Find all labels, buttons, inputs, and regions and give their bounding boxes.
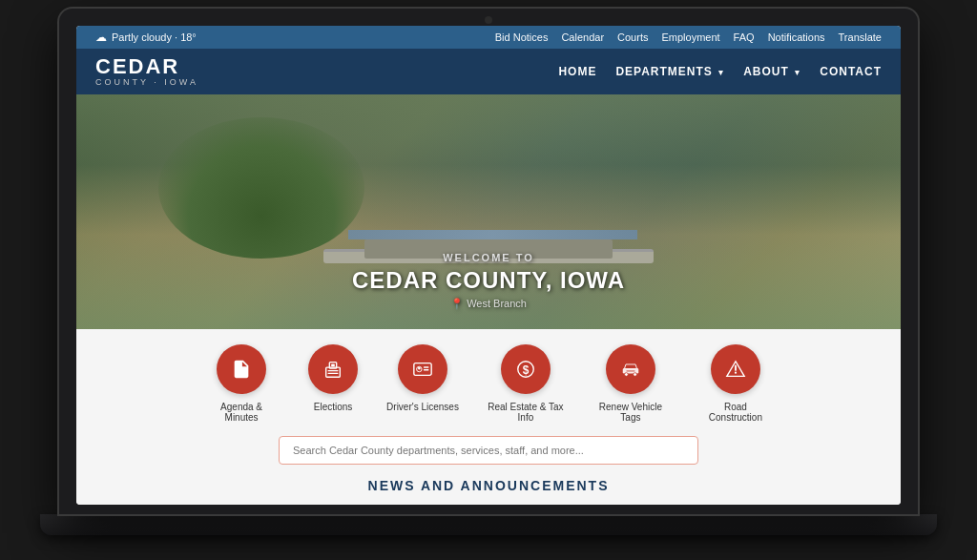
calendar-link[interactable]: Calendar [561, 31, 604, 43]
svg-rect-6 [328, 372, 339, 373]
departments-dropdown-icon: ▾ [718, 68, 724, 77]
top-bar: ☁ Partly cloudy · 18° Bid Notices Calend… [76, 26, 901, 49]
drivers-label: Driver's Licenses [386, 402, 459, 412]
quick-link-vehicle[interactable]: Renew Vehicle Tags [592, 344, 669, 423]
realestate-icon: $ [515, 359, 536, 380]
departments-link[interactable]: DEPARTMENTS ▾ [615, 65, 724, 78]
employment-link[interactable]: Employment [661, 31, 719, 43]
drivers-icon [412, 359, 433, 380]
svg-text:$: $ [523, 363, 530, 376]
home-link[interactable]: HOME [558, 65, 596, 78]
laptop-base [40, 514, 937, 535]
contact-link[interactable]: CONTACT [820, 65, 882, 78]
utility-nav: Bid Notices Calendar Courts Employment F… [495, 31, 882, 43]
primary-nav: HOME DEPARTMENTS ▾ ABOUT ▾ CONTACT [558, 65, 882, 78]
screen-bezel: ☁ Partly cloudy · 18° Bid Notices Calend… [59, 9, 918, 514]
main-nav: CEDAR COUNTY · IOWA HOME DEPARTMENTS ▾ A… [76, 49, 901, 94]
svg-rect-1 [237, 372, 243, 373]
quick-link-realestate[interactable]: $ Real Estate & Tax Info [488, 344, 564, 423]
svg-rect-5 [328, 369, 339, 370]
svg-point-11 [418, 366, 421, 369]
elections-icon [322, 359, 343, 380]
tree-decoration [158, 117, 364, 259]
translate-link[interactable]: Translate [839, 31, 882, 43]
bottom-section: Agenda & Minutes [76, 329, 901, 505]
laptop-frame: ☁ Partly cloudy · 18° Bid Notices Calend… [31, 9, 946, 552]
svg-rect-0 [237, 369, 242, 370]
realestate-icon-circle: $ [501, 344, 551, 394]
location-pin-icon: 📍 [450, 298, 464, 309]
quick-link-agenda[interactable]: Agenda & Minutes [203, 344, 280, 423]
road-icon-circle [711, 344, 760, 394]
quick-links-row: Agenda & Minutes [95, 344, 882, 423]
elections-label: Elections [314, 402, 353, 412]
vehicle-icon [620, 359, 641, 380]
website: ☁ Partly cloudy · 18° Bid Notices Calend… [76, 26, 901, 505]
hero-text-block: WELCOME TO CEDAR COUNTY, IOWA 📍 West Bra… [352, 252, 625, 329]
weather-widget: ☁ Partly cloudy · 18° [95, 31, 197, 44]
svg-point-15 [624, 372, 628, 376]
quick-link-road[interactable]: Road Construction [697, 344, 774, 423]
cloud-icon: ☁ [95, 31, 107, 44]
news-heading: NEWS AND ANNOUNCEMENTS [95, 478, 882, 493]
vehicle-label: Renew Vehicle Tags [592, 402, 669, 423]
agenda-icon-circle [217, 344, 266, 394]
realestate-label: Real Estate & Tax Info [488, 402, 564, 423]
svg-rect-9 [424, 366, 429, 367]
search-input[interactable] [279, 436, 698, 465]
search-container [95, 436, 882, 465]
hero-section: WELCOME TO CEDAR COUNTY, IOWA 📍 West Bra… [76, 94, 901, 329]
hero-welcome: WELCOME TO [352, 252, 625, 263]
faq-link[interactable]: FAQ [734, 31, 755, 43]
water-decoration [348, 230, 636, 239]
logo-sub: COUNTY · IOWA [95, 77, 198, 87]
elections-icon-circle [308, 344, 358, 394]
notifications-link[interactable]: Notifications [768, 31, 825, 43]
courts-link[interactable]: Courts [617, 31, 648, 43]
svg-point-20 [735, 371, 737, 373]
hero-location: 📍 West Branch [352, 298, 625, 310]
svg-rect-4 [331, 363, 335, 366]
drivers-icon-circle [398, 344, 447, 394]
logo[interactable]: CEDAR COUNTY · IOWA [95, 56, 198, 87]
camera-notch [485, 16, 492, 24]
vehicle-icon-circle [606, 344, 655, 394]
svg-point-16 [634, 372, 637, 376]
logo-name: CEDAR [95, 56, 198, 77]
svg-rect-17 [626, 369, 634, 371]
road-label: Road Construction [697, 402, 774, 423]
quick-link-elections[interactable]: Elections [308, 344, 358, 423]
agenda-label: Agenda & Minutes [203, 402, 280, 423]
road-icon [725, 359, 746, 380]
about-link[interactable]: ABOUT ▾ [743, 65, 800, 78]
svg-rect-10 [424, 369, 429, 370]
bid-notices-link[interactable]: Bid Notices [495, 31, 549, 43]
hero-title: CEDAR COUNTY, IOWA [352, 267, 625, 294]
screen-content: ☁ Partly cloudy · 18° Bid Notices Calend… [76, 26, 901, 505]
agenda-icon [231, 359, 252, 380]
about-dropdown-icon: ▾ [795, 68, 800, 77]
quick-link-drivers[interactable]: Driver's Licenses [386, 344, 459, 423]
weather-text: Partly cloudy · 18° [112, 31, 197, 43]
